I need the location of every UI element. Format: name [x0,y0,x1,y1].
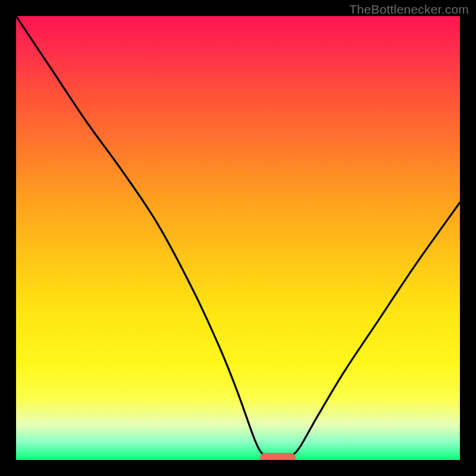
bottleneck-curve [16,16,460,458]
curve-layer [16,16,460,460]
optimal-marker [260,453,296,460]
watermark-text: TheBottlenecker.com [349,2,469,17]
chart-frame: TheBottlenecker.com [0,0,476,476]
plot-area [16,16,460,460]
